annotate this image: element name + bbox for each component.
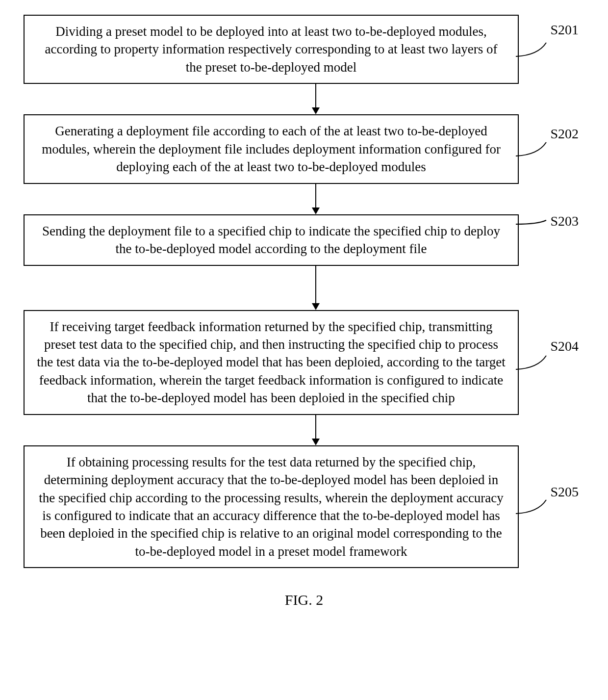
arrow-line (315, 184, 316, 207)
arrow-head-icon (312, 303, 320, 310)
arrow-2 (68, 184, 563, 214)
step-row-2: Generating a deployment file according t… (0, 114, 608, 183)
step-label-s201: S201 (550, 22, 579, 38)
arrow-line (315, 415, 316, 439)
step-row-1: Dividing a preset model to be deployed i… (0, 15, 608, 84)
arrow-line (315, 84, 316, 107)
leader-s205 (516, 497, 550, 517)
step-box-s201: Dividing a preset model to be deployed i… (24, 15, 519, 84)
leader-s203 (516, 218, 550, 234)
arrow-3 (68, 266, 563, 310)
arrow-line (315, 266, 316, 303)
step-label-s203: S203 (550, 213, 579, 229)
step-row-3: Sending the deployment file to a specifi… (0, 214, 608, 266)
step-row-5: If obtaining processing results for the … (0, 445, 608, 569)
flowchart-container: Dividing a preset model to be deployed i… (0, 15, 608, 608)
arrow-head-icon (312, 207, 320, 214)
step-label-s205: S205 (550, 484, 579, 500)
step-box-s203: Sending the deployment file to a specifi… (24, 214, 519, 266)
step-text: Generating a deployment file according t… (42, 124, 501, 174)
step-box-s205: If obtaining processing results for the … (24, 445, 519, 569)
arrow-head-icon (312, 107, 320, 114)
arrow-1 (68, 84, 563, 114)
step-text: If obtaining processing results for the … (39, 455, 504, 559)
leader-s202 (516, 139, 550, 159)
arrow-4 (68, 415, 563, 445)
step-box-s202: Generating a deployment file according t… (24, 114, 519, 183)
step-box-s204: If receiving target feedback information… (24, 310, 519, 415)
step-label-s202: S202 (550, 126, 579, 142)
leader-s204 (516, 353, 550, 372)
arrow-head-icon (312, 439, 320, 445)
step-text: If receiving target feedback information… (37, 319, 505, 406)
leader-s201 (516, 40, 550, 59)
figure-caption: FIG. 2 (0, 592, 608, 608)
step-text: Dividing a preset model to be deployed i… (45, 24, 498, 75)
step-text: Sending the deployment file to a specifi… (42, 224, 500, 256)
step-row-4: If receiving target feedback information… (0, 310, 608, 415)
step-label-s204: S204 (550, 338, 579, 354)
